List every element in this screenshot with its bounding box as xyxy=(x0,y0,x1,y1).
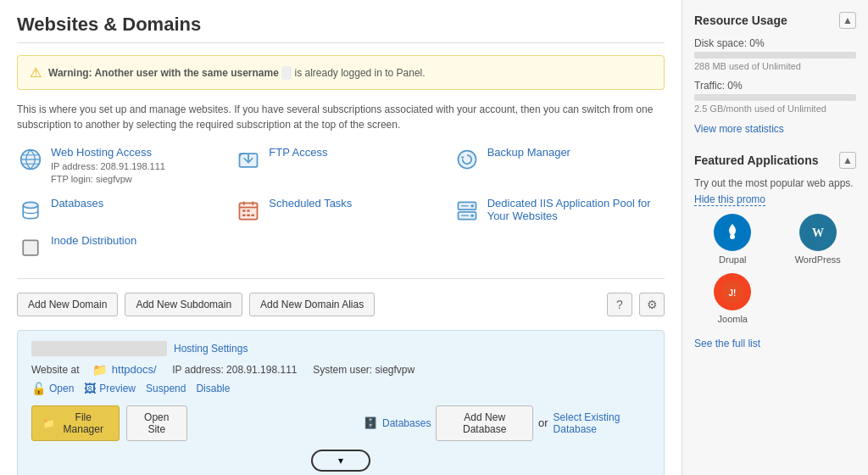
svg-rect-17 xyxy=(252,214,255,216)
svg-rect-14 xyxy=(248,210,251,212)
feature-iis: Dedicated IIS Application Pool for Your … xyxy=(453,197,665,224)
select-existing-db-link[interactable]: Select Existing Database xyxy=(554,411,650,435)
add-new-domain-button[interactable]: Add New Domain xyxy=(17,293,118,316)
open-site-button[interactable]: Open Site xyxy=(126,405,187,441)
resource-usage-collapse-button[interactable]: ▲ xyxy=(839,12,856,29)
web-hosting-link[interactable]: Web Hosting Access xyxy=(51,146,165,159)
httpdocs-link[interactable]: httpdocs/ xyxy=(112,363,157,376)
disk-space-sublabel: 288 MB used of Unlimited xyxy=(694,61,856,71)
warning-username xyxy=(281,66,292,80)
or-text: or xyxy=(538,416,548,429)
domain-name-bar xyxy=(31,341,167,356)
traffic-label: Traffic: 0% xyxy=(694,80,856,92)
featured-apps-collapse-button[interactable]: ▲ xyxy=(839,152,856,169)
databases-tool-link[interactable]: Databases xyxy=(382,417,431,429)
traffic-item: Traffic: 0% 2.5 GB/month used of Unlimit… xyxy=(694,80,856,114)
settings-button[interactable]: ⚙ xyxy=(639,293,665,316)
svg-rect-16 xyxy=(248,214,251,216)
chevron-down-icon: ▾ xyxy=(338,455,343,467)
globe-icon xyxy=(17,146,44,173)
collapse-oval-button[interactable]: ▾ xyxy=(311,450,370,472)
hosting-settings-link[interactable]: Hosting Settings xyxy=(174,343,248,355)
file-manager-button[interactable]: 📁 File Manager xyxy=(31,405,120,441)
svg-rect-13 xyxy=(242,210,246,212)
databases-text: Databases xyxy=(51,197,103,210)
svg-rect-15 xyxy=(242,214,246,216)
inode-text: Inode Distribution xyxy=(51,234,136,247)
hide-promo-link[interactable]: Hide this promo xyxy=(694,193,765,206)
preview-icon: 🖼 xyxy=(84,382,96,395)
joomla-app[interactable]: J! Joomla xyxy=(694,273,771,324)
resource-usage-section: Resource Usage ▲ Disk space: 0% 288 MB u… xyxy=(694,12,856,135)
drupal-app[interactable]: Drupal xyxy=(694,214,771,265)
scheduled-tasks-link[interactable]: Scheduled Tasks xyxy=(269,197,352,210)
featured-apps-grid: Drupal W WordPress J! xyxy=(694,214,856,324)
database-icon xyxy=(17,197,44,224)
help-button[interactable]: ? xyxy=(607,293,632,316)
domain-actions: 🔓 Open 🖼 Preview Suspend Disable xyxy=(31,382,650,395)
domain-info: Website at 📁 httpdocs/ IP address: 208.9… xyxy=(31,363,650,377)
ftp-text: FTP Access xyxy=(269,146,327,159)
calendar-icon xyxy=(235,197,262,224)
database-tool-icon: 🗄️ xyxy=(364,416,377,429)
features-grid: Web Hosting Access IP address: 208.91.19… xyxy=(17,146,665,261)
backup-link[interactable]: Backup Manager xyxy=(487,146,570,159)
svg-point-8 xyxy=(23,202,38,208)
wordpress-icon: W xyxy=(799,214,837,251)
warning-banner: ⚠ Warning: Another user with the same us… xyxy=(17,55,665,90)
resource-usage-header: Resource Usage ▲ xyxy=(694,12,856,29)
svg-point-6 xyxy=(458,151,476,169)
open-icon: 🔓 xyxy=(31,382,46,395)
warning-icon: ⚠ xyxy=(30,64,42,81)
joomla-label: Joomla xyxy=(718,314,748,324)
wordpress-label: WordPress xyxy=(795,254,841,265)
traffic-sublabel: 2.5 GB/month used of Unlimited xyxy=(694,103,856,114)
wordpress-app[interactable]: W WordPress xyxy=(780,214,857,265)
suspend-link[interactable]: Suspend xyxy=(146,383,186,394)
preview-link[interactable]: 🖼 Preview xyxy=(84,382,136,395)
databases-link[interactable]: Databases xyxy=(51,197,103,210)
see-full-list-link[interactable]: See the full list xyxy=(694,338,760,349)
backup-icon xyxy=(453,146,481,173)
add-new-subdomain-button[interactable]: Add New Subdomain xyxy=(125,293,242,316)
warning-text: Warning: Another user with the same user… xyxy=(48,67,426,79)
disk-space-item: Disk space: 0% 288 MB used of Unlimited xyxy=(694,37,856,71)
box-icon xyxy=(17,234,44,261)
tools-right: 🗄️ Databases Add New Database or Select … xyxy=(364,405,650,441)
disk-space-progress-bar xyxy=(694,52,856,59)
add-new-database-button[interactable]: Add New Database xyxy=(436,405,533,441)
drupal-icon xyxy=(714,214,751,251)
svg-point-20 xyxy=(470,204,474,208)
web-hosting-text: Web Hosting Access IP address: 208.91.19… xyxy=(51,146,165,187)
iis-link[interactable]: Dedicated IIS Application Pool for Your … xyxy=(487,197,665,222)
inode-link[interactable]: Inode Distribution xyxy=(51,234,136,247)
backup-text: Backup Manager xyxy=(487,146,570,159)
feature-inode: Inode Distribution xyxy=(17,234,228,261)
sidebar: Resource Usage ▲ Disk space: 0% 288 MB u… xyxy=(682,0,868,475)
add-new-domain-alias-button[interactable]: Add New Domain Alias xyxy=(249,293,375,316)
svg-point-21 xyxy=(470,214,474,217)
view-more-statistics-link[interactable]: View more statistics xyxy=(694,123,784,135)
server-icon xyxy=(453,197,481,224)
iis-text: Dedicated IIS Application Pool for Your … xyxy=(487,197,665,222)
feature-backup: Backup Manager xyxy=(453,146,665,187)
folder-tool-icon: 📁 xyxy=(42,417,55,429)
scheduled-tasks-text: Scheduled Tasks xyxy=(269,197,352,210)
feature-ftp: FTP Access xyxy=(235,146,446,187)
ftp-link[interactable]: FTP Access xyxy=(269,146,327,159)
ftp-icon xyxy=(235,146,262,173)
featured-apps-section: Featured Applications ▲ Try out the most… xyxy=(694,152,856,349)
svg-text:W: W xyxy=(812,226,824,239)
svg-rect-24 xyxy=(23,240,38,255)
actions-bar: Add New Domain Add New Subdomain Add New… xyxy=(17,293,665,316)
feature-scheduled-tasks: Scheduled Tasks xyxy=(235,197,446,224)
disable-link[interactable]: Disable xyxy=(196,383,230,394)
page-description: This is where you set up and manage webs… xyxy=(17,102,665,132)
featured-apps-description: Try out the most popular web apps. xyxy=(694,177,856,189)
open-link[interactable]: 🔓 Open xyxy=(31,382,74,395)
collapse-button-container: ▾ xyxy=(31,450,650,472)
drupal-label: Drupal xyxy=(719,254,746,265)
feature-web-hosting: Web Hosting Access IP address: 208.91.19… xyxy=(17,146,228,187)
joomla-icon: J! xyxy=(714,273,751,310)
traffic-progress-bar xyxy=(694,94,856,101)
